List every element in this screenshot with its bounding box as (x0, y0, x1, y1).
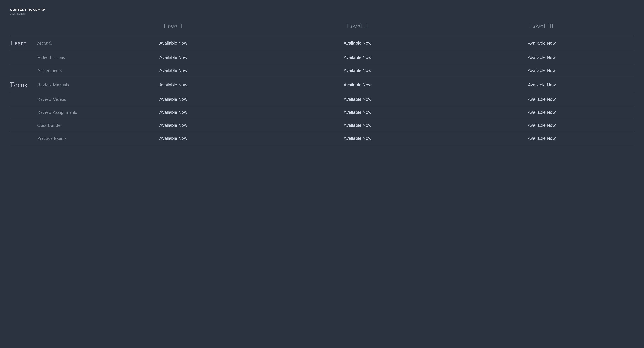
level2-status-3: Available Now (265, 82, 450, 87)
table-row: Practice ExamsAvailable NowAvailable Now… (10, 132, 634, 145)
level1-status-6: Available Now (81, 123, 265, 128)
level2-status-7: Available Now (265, 136, 450, 141)
level1-status-5: Available Now (81, 110, 265, 115)
level1-status-3: Available Now (81, 82, 265, 87)
level2-status-6: Available Now (265, 123, 450, 128)
level2-status-4: Available Now (265, 97, 450, 102)
level-headers-row: Level I Level II Level III (10, 22, 634, 32)
page-subtitle: 2022 Syllabi (10, 12, 634, 15)
table-row: Quiz BuilderAvailable NowAvailable NowAv… (10, 119, 634, 132)
subcategory-col-header (37, 22, 81, 30)
level3-status-1: Available Now (450, 55, 634, 60)
level3-header: Level III (450, 22, 634, 30)
subcategory-cell-5: Review Assignments (37, 109, 81, 115)
subcategory-cell-0: Manual (37, 40, 81, 46)
level2-header: Level II (265, 22, 450, 30)
table-row: FocusReview ManualsAvailable NowAvailabl… (10, 77, 634, 93)
level2-status-5: Available Now (265, 110, 450, 115)
level3-status-5: Available Now (450, 110, 634, 115)
subcategory-cell-6: Quiz Builder (37, 122, 81, 128)
level2-status-2: Available Now (265, 68, 450, 73)
subcategory-cell-1: Video Lessons (37, 55, 81, 60)
level3-status-6: Available Now (450, 123, 634, 128)
table-row: LearnManualAvailable NowAvailable NowAva… (10, 35, 634, 51)
category-col-header (10, 22, 37, 30)
level3-status-0: Available Now (450, 40, 634, 46)
category-cell-0: Learn (10, 39, 37, 47)
subcategory-cell-2: Assignments (37, 68, 81, 73)
level1-status-0: Available Now (81, 40, 265, 46)
level2-status-0: Available Now (265, 40, 450, 46)
table-row: AssignmentsAvailable NowAvailable NowAva… (10, 64, 634, 77)
level1-status-2: Available Now (81, 68, 265, 73)
level2-status-1: Available Now (265, 55, 450, 60)
level1-status-4: Available Now (81, 97, 265, 102)
table-body: LearnManualAvailable NowAvailable NowAva… (10, 35, 634, 145)
level3-status-3: Available Now (450, 82, 634, 87)
level3-status-7: Available Now (450, 136, 634, 141)
table-row: Review AssignmentsAvailable NowAvailable… (10, 106, 634, 119)
subcategory-cell-3: Review Manuals (37, 82, 81, 87)
page-header: CONTENT ROADMAP 2022 Syllabi (10, 8, 634, 15)
level3-status-4: Available Now (450, 97, 634, 102)
level3-status-2: Available Now (450, 68, 634, 73)
subcategory-cell-4: Review Videos (37, 96, 81, 102)
category-cell-3: Focus (10, 81, 37, 89)
table-row: Video LessonsAvailable NowAvailable NowA… (10, 51, 634, 64)
page-title: CONTENT ROADMAP (10, 8, 634, 12)
content-roadmap-table: Level I Level II Level III LearnManualAv… (10, 22, 634, 145)
subcategory-cell-7: Practice Exams (37, 136, 81, 141)
level1-status-7: Available Now (81, 136, 265, 141)
level1-status-1: Available Now (81, 55, 265, 60)
level1-header: Level I (81, 22, 265, 30)
table-row: Review VideosAvailable NowAvailable NowA… (10, 93, 634, 106)
